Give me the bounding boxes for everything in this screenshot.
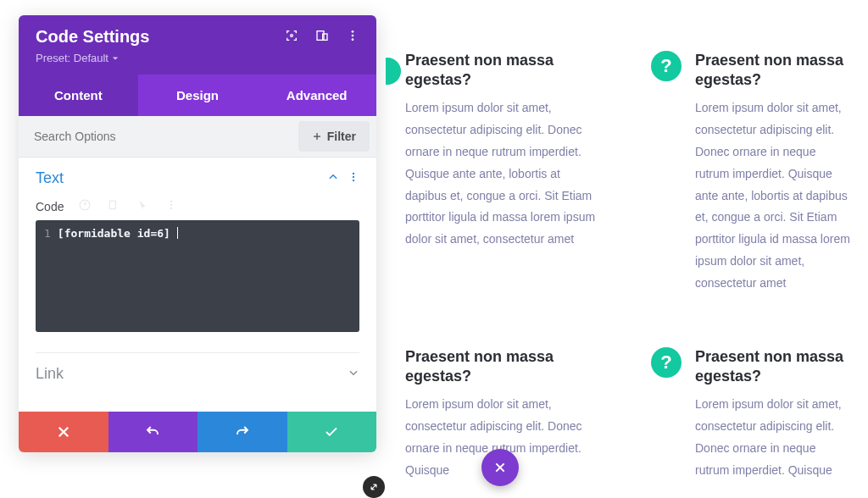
hover-icon[interactable] <box>136 199 148 213</box>
question-icon: ? <box>651 347 682 378</box>
faq-grid: ? Praesent non massa egestas? Lorem ipsu… <box>400 51 851 482</box>
chevron-down-icon <box>348 367 359 382</box>
code-editor[interactable]: 1 [formidable id=6] <box>36 220 359 332</box>
faq-body: Lorem ipsum dolor sit amet, consectetur … <box>405 97 600 251</box>
faq-badge-clipped <box>374 58 401 85</box>
responsive-icon[interactable] <box>315 29 329 46</box>
code-line-number: 1 <box>44 227 51 325</box>
faq-item: ? Praesent non massa egestas? Lorem ipsu… <box>400 51 600 295</box>
option-more-icon[interactable] <box>165 199 177 213</box>
tab-advanced[interactable]: Advanced <box>257 75 376 116</box>
chevron-up-icon <box>327 171 339 186</box>
section-text-toggle[interactable]: Text <box>36 169 359 187</box>
svg-point-4 <box>352 34 354 36</box>
svg-point-10 <box>170 201 172 202</box>
redo-button[interactable] <box>198 412 287 452</box>
svg-point-6 <box>353 172 354 174</box>
search-row: Filter <box>19 116 376 158</box>
responsive-option-icon[interactable] <box>108 199 120 213</box>
filter-label: Filter <box>327 130 356 143</box>
filter-button[interactable]: Filter <box>298 121 370 152</box>
preset-dropdown[interactable]: Preset: Default <box>36 52 359 64</box>
faq-title: Praesent non massa egestas? <box>405 51 600 89</box>
settings-panel: Code Settings Preset: Default Content De… <box>19 15 376 452</box>
tab-content[interactable]: Content <box>19 75 138 116</box>
section-link-toggle[interactable]: Link <box>36 365 359 383</box>
faq-title: Praesent non massa egestas? <box>695 347 851 385</box>
close-icon <box>493 461 507 474</box>
section-link-title: Link <box>36 365 64 383</box>
section-divider <box>36 352 359 353</box>
panel-footer <box>19 412 376 452</box>
tab-design[interactable]: Design <box>138 75 258 116</box>
resize-arrow-icon <box>368 481 380 493</box>
faq-item: ? Praesent non massa egestas? Lorem ipsu… <box>651 347 851 482</box>
code-field-label: Code <box>36 200 64 213</box>
svg-point-3 <box>352 30 354 33</box>
undo-button[interactable] <box>108 412 198 452</box>
plus-icon <box>312 131 322 141</box>
save-button[interactable] <box>287 412 377 452</box>
panel-header: Code Settings Preset: Default <box>19 15 376 75</box>
svg-rect-9 <box>110 201 116 208</box>
faq-item: ? Praesent non massa egestas? Lorem ipsu… <box>651 51 851 295</box>
section-more-icon[interactable] <box>348 171 359 186</box>
svg-point-5 <box>352 38 354 41</box>
panel-title: Code Settings <box>36 27 149 47</box>
focus-frame-icon[interactable] <box>285 29 298 46</box>
code-content: [formidable id=6] <box>58 227 170 325</box>
question-icon: ? <box>651 51 682 81</box>
svg-point-0 <box>291 34 293 36</box>
section-text-title: Text <box>36 169 64 187</box>
faq-body: Lorem ipsum dolor sit amet, consectetur … <box>695 97 851 295</box>
more-options-icon[interactable] <box>346 29 359 46</box>
cancel-button[interactable] <box>19 412 108 452</box>
help-icon[interactable] <box>79 199 91 213</box>
svg-point-7 <box>353 175 354 177</box>
preset-label: Preset: Default <box>36 52 108 64</box>
svg-point-11 <box>170 204 172 206</box>
faq-title: Praesent non massa egestas? <box>695 51 851 89</box>
faq-title: Praesent non massa egestas? <box>405 347 600 385</box>
search-input[interactable] <box>19 118 292 155</box>
chevron-down-icon <box>112 55 119 62</box>
svg-point-12 <box>170 208 172 209</box>
text-cursor <box>177 227 178 239</box>
panel-tabs: Content Design Advanced <box>19 75 376 116</box>
close-fab-button[interactable] <box>481 449 519 486</box>
section-text: Text Code 1 [formidable id=6] Link <box>19 158 376 396</box>
faq-body: Lorem ipsum dolor sit amet, consectetur … <box>695 394 851 482</box>
svg-point-8 <box>353 179 354 180</box>
resize-handle[interactable] <box>363 476 385 498</box>
